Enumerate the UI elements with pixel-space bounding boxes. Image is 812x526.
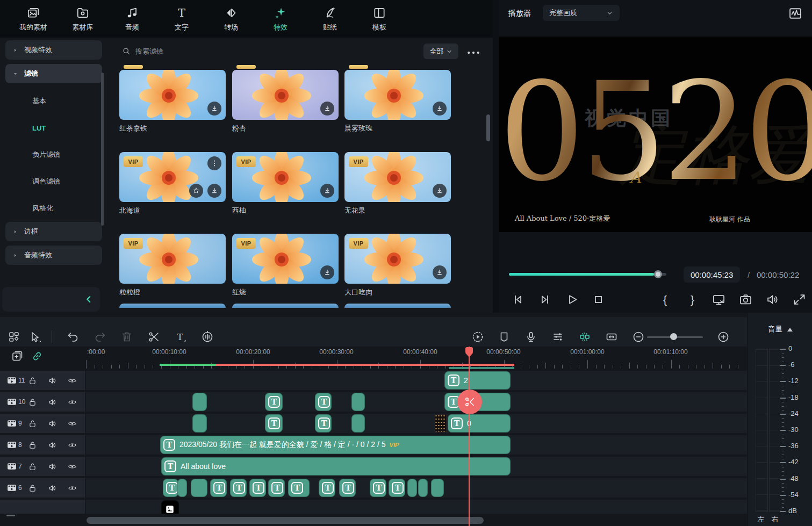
track-lock-icon[interactable] — [28, 462, 37, 471]
nav-tab-media[interactable]: 我的素材 — [9, 0, 58, 38]
text-clip[interactable]: T — [389, 479, 405, 497]
display-quality-button[interactable] — [712, 292, 726, 307]
download-button[interactable] — [433, 265, 447, 279]
sidebar-sub-LUT[interactable]: LUT — [0, 114, 107, 141]
grid-scrollbar[interactable] — [486, 114, 490, 141]
text-clip[interactable]: TAll about love — [161, 457, 511, 475]
filter-card[interactable]: VIP粒粒橙 — [119, 234, 226, 297]
text-clip[interactable]: T — [230, 479, 247, 497]
text-clip[interactable]: T — [288, 479, 310, 497]
clip[interactable] — [177, 479, 187, 497]
text-clip[interactable]: T2 — [444, 371, 511, 390]
download-button[interactable] — [433, 102, 447, 116]
volume-header[interactable]: 音量 — [748, 325, 812, 334]
nav-tab-fx[interactable]: 特效 — [256, 0, 305, 38]
clip[interactable] — [191, 479, 207, 497]
text-clip[interactable]: T — [268, 479, 285, 497]
nav-tab-template[interactable]: 模板 — [355, 0, 404, 38]
previous-frame-button[interactable] — [511, 292, 525, 307]
sidebar-item-滤镜[interactable]: 滤镜 — [5, 64, 102, 83]
clip[interactable] — [435, 414, 447, 433]
add-track-icon[interactable] — [11, 350, 24, 363]
track-lock-icon[interactable] — [28, 398, 37, 407]
filter-card[interactable]: VIP北海道 — [119, 152, 226, 215]
collapse-sidebar-button[interactable] — [83, 293, 95, 305]
cut-scissors-button[interactable] — [457, 390, 482, 414]
track-visibility-icon[interactable] — [68, 462, 77, 471]
download-button[interactable] — [207, 184, 221, 198]
mark-in-button[interactable]: { — [658, 292, 672, 307]
sidebar-sub-调色滤镜[interactable]: 调色滤镜 — [0, 168, 107, 195]
fullscreen-button[interactable] — [792, 292, 807, 307]
filter-card[interactable]: 晨雾玫瑰 — [344, 70, 451, 133]
snapshot-button[interactable] — [738, 292, 753, 307]
text-clip[interactable]: T — [339, 479, 356, 497]
text-clip[interactable]: T — [163, 479, 178, 497]
nav-tab-transition[interactable]: 转场 — [206, 0, 256, 38]
audio-stretch-button[interactable] — [201, 330, 214, 343]
track-mute-icon[interactable] — [48, 441, 57, 450]
text-clip[interactable]: T — [315, 414, 332, 433]
favorite-button[interactable] — [189, 184, 203, 198]
link-icon[interactable] — [31, 350, 43, 362]
render-info-icon[interactable] — [788, 6, 803, 21]
track-visibility-icon[interactable] — [68, 398, 77, 407]
text-clip[interactable]: T — [370, 479, 386, 497]
add-marker-button[interactable] — [498, 330, 511, 343]
nav-tab-text[interactable]: T文字 — [157, 0, 206, 38]
filter-card[interactable]: 粉杏 — [232, 70, 339, 133]
clip[interactable] — [407, 479, 417, 497]
track-lock-icon[interactable] — [28, 441, 37, 450]
track-lock-icon[interactable] — [28, 484, 37, 493]
track-visibility-icon[interactable] — [68, 441, 77, 450]
zoom-in-button[interactable] — [717, 330, 730, 343]
clip[interactable] — [351, 393, 365, 411]
mark-out-button[interactable]: } — [685, 292, 700, 307]
playhead-marker[interactable] — [465, 347, 473, 354]
track-mute-icon[interactable] — [48, 398, 57, 407]
quality-dropdown[interactable]: 完整画质 — [543, 5, 620, 21]
text-clip[interactable]: T — [265, 393, 283, 411]
track-mute-icon[interactable] — [48, 419, 57, 428]
clip[interactable] — [351, 414, 365, 433]
timeline-ruler[interactable]: :00:0000:00:10:0000:00:20:0000:00:30:000… — [86, 347, 747, 371]
track-visibility-icon[interactable] — [68, 484, 77, 493]
track-mute-icon[interactable] — [48, 376, 57, 385]
sidebar-item-边框[interactable]: 边框 — [5, 222, 102, 241]
text-clip[interactable]: T — [265, 414, 283, 433]
sidebar-sub-基本[interactable]: 基本 — [0, 88, 107, 114]
zoom-out-button[interactable] — [632, 330, 645, 343]
seek-bar[interactable] — [509, 273, 666, 276]
track-visibility-icon[interactable] — [68, 376, 77, 385]
sidebar-scrollbar[interactable] — [101, 73, 104, 226]
next-frame-button[interactable] — [538, 292, 552, 307]
filter-card[interactable]: VIP大口吃肉 — [344, 234, 451, 297]
play-button[interactable] — [565, 292, 579, 307]
download-button[interactable] — [320, 265, 334, 279]
text-clip[interactable]: T — [315, 393, 332, 411]
text-clip[interactable]: T — [210, 479, 227, 497]
stop-button[interactable] — [591, 292, 606, 307]
record-voiceover-button[interactable] — [524, 330, 537, 343]
more-options-button[interactable] — [465, 45, 482, 57]
text-clip[interactable]: T2023/05/20 我们在一起 就是爱的全貌 / 爱 / 格 / 定 / ·… — [160, 436, 511, 454]
clip[interactable] — [192, 414, 207, 433]
zoom-slider-knob[interactable] — [670, 333, 677, 340]
nav-tab-sticker[interactable]: 贴纸 — [305, 0, 355, 38]
seek-knob[interactable] — [654, 270, 662, 278]
sidebar-item-音频特效[interactable]: 音频特效 — [5, 246, 102, 265]
undo-button[interactable] — [67, 330, 80, 343]
text-clip[interactable]: T0 — [448, 414, 511, 433]
media-clip[interactable] — [161, 500, 179, 514]
text-clip[interactable]: T — [319, 479, 335, 497]
clip[interactable] — [431, 479, 444, 497]
nav-tab-library[interactable]: 素材库 — [58, 0, 107, 38]
audio-mixer-button[interactable] — [551, 330, 564, 343]
filter-card[interactable]: 红茶拿铁 — [119, 70, 226, 133]
video-preview[interactable]: 视觉中国 定格爱 0520 A All About Love / 520·定格爱… — [499, 37, 812, 232]
timeline-h-scrollbar[interactable] — [87, 517, 484, 524]
kebab-menu-button[interactable] — [207, 156, 221, 170]
track-lock-icon[interactable] — [28, 419, 37, 428]
download-button[interactable] — [207, 102, 221, 116]
download-button[interactable] — [320, 102, 334, 116]
